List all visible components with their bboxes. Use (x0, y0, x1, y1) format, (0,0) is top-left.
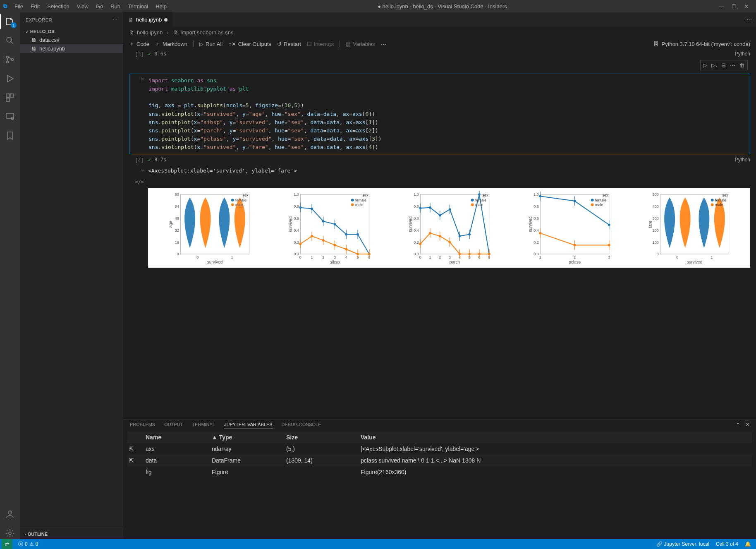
menu-edit[interactable]: Edit (27, 2, 43, 11)
outline-section[interactable]: › OUTLINE (20, 529, 123, 539)
expand-icon[interactable]: ⇱ (129, 457, 146, 464)
tab-label: hello.ipynb (136, 17, 162, 23)
svg-text:2: 2 (439, 256, 441, 260)
output-mime-icon[interactable]: </> (129, 178, 144, 185)
var-row[interactable]: fig Figure Figure(2160x360) (127, 466, 752, 478)
maximize-icon[interactable]: ☐ (732, 3, 737, 10)
svg-text:0.0: 0.0 (414, 252, 419, 257)
editor-tabs: 🗎 hello.ipynb ⋯ (123, 12, 756, 27)
source-control-icon[interactable] (4, 54, 16, 65)
svg-point-2 (7, 61, 9, 63)
minimize-icon[interactable]: — (719, 3, 724, 10)
run-debug-icon[interactable] (4, 73, 16, 84)
svg-text:1: 1 (539, 256, 541, 260)
status-notifications-icon[interactable]: 🔔 (742, 541, 754, 547)
svg-text:2: 2 (574, 256, 576, 260)
run-all-button[interactable]: ▷Run All (199, 41, 222, 47)
breadcrumb[interactable]: 🗎 hello.ipynb 🗎 import seaborn as sns (123, 27, 756, 38)
bookmark-icon[interactable] (4, 130, 16, 141)
svg-rect-7 (6, 113, 14, 118)
col-size[interactable]: Size (286, 434, 361, 441)
remote-indicator[interactable]: ⇄ (2, 539, 12, 549)
file-item-data-csv[interactable]: 🗎 data.csv (20, 36, 123, 44)
menu-file[interactable]: File (11, 2, 26, 11)
menu-help[interactable]: Help (152, 2, 170, 11)
expand-icon[interactable]: ⇱ (129, 446, 146, 452)
status-problems[interactable]: ⓧ0 ⚠0 (15, 541, 41, 548)
code-editor[interactable]: import seaborn as sns import matplotlib.… (148, 75, 382, 153)
col-type[interactable]: ▲ Type (212, 434, 286, 441)
warning-icon: ⚠ (29, 541, 34, 547)
sidebar: EXPLORER ⋯ ⌄ HELLO_DS 🗎 data.csv 🗎 hello… (20, 12, 123, 539)
variables-button[interactable]: ▤Variables (346, 41, 375, 47)
panel-tab-debug-console[interactable]: DEBUG CONSOLE (282, 422, 321, 429)
svg-text:0.6: 0.6 (414, 216, 419, 221)
col-value[interactable]: Value (361, 434, 750, 441)
unsaved-dot-icon (164, 18, 167, 22)
var-row[interactable]: ⇱ axs ndarray (5,) [<AxesSubplot:xlabel=… (127, 443, 752, 455)
svg-rect-4 (6, 94, 10, 97)
menu-run[interactable]: Run (107, 2, 124, 11)
panel-tab-output[interactable]: OUTPUT (164, 422, 183, 429)
project-section[interactable]: ⌄ HELLO_DS (20, 27, 123, 36)
extensions-icon[interactable] (4, 92, 16, 103)
chevron-right-icon: › (25, 532, 26, 537)
clear-outputs-button[interactable]: ≡✕Clear Outputs (228, 41, 271, 47)
outline-label: OUTLINE (28, 532, 48, 537)
cell-more-icon[interactable]: ⋯ (730, 62, 735, 68)
cell-language[interactable]: Python (735, 157, 750, 163)
split-cell-icon[interactable]: ⊟ (721, 62, 726, 68)
breadcrumb-file[interactable]: hello.ipynb (137, 29, 163, 36)
restart-button[interactable]: ↺Restart (277, 41, 301, 47)
interrupt-button[interactable]: ☐Interrupt (307, 41, 334, 47)
output-collapse-icon[interactable]: … (129, 165, 144, 172)
breadcrumb-cell[interactable]: import seaborn as sns (181, 29, 234, 36)
sidebar-more-icon[interactable]: ⋯ (113, 17, 118, 22)
svg-text:male: male (235, 203, 244, 207)
close-icon[interactable]: ✕ (744, 3, 749, 10)
svg-point-74 (351, 204, 354, 206)
account-icon[interactable] (4, 508, 16, 520)
project-name: HELLO_DS (30, 29, 55, 34)
status-jupyter-server[interactable]: 🔗 Jupyter Server: local (653, 541, 713, 547)
panel-tab-jupyter-variables[interactable]: JUPYTER: VARIABLES (224, 422, 273, 429)
restart-icon: ↺ (277, 41, 282, 47)
status-cell-position[interactable]: Cell 3 of 4 (713, 541, 742, 547)
add-code-cell[interactable]: ＋Code (129, 40, 149, 48)
menu-selection[interactable]: Selection (44, 2, 72, 11)
panel-collapse-icon[interactable]: ⌃ (736, 422, 740, 429)
menu-terminal[interactable]: Terminal (124, 2, 151, 11)
remote-explorer-icon[interactable] (4, 111, 16, 122)
menu-go[interactable]: Go (93, 2, 106, 11)
svg-point-155 (591, 199, 594, 202)
svg-text:survived: survived (408, 217, 413, 233)
menu-view[interactable]: View (74, 2, 92, 11)
svg-text:fare: fare (648, 221, 653, 228)
delete-cell-icon[interactable]: 🗑 (739, 62, 745, 68)
file-item-hello-ipynb[interactable]: 🗎 hello.ipynb (20, 44, 123, 53)
panel-tab-terminal[interactable]: TERMINAL (192, 422, 215, 429)
menu-bar: File Edit Selection View Go Run Terminal… (11, 2, 170, 11)
tab-hello-ipynb[interactable]: 🗎 hello.ipynb (123, 12, 173, 27)
add-markdown-cell[interactable]: ＋Markdown (155, 40, 187, 48)
cell-language[interactable]: Python (735, 51, 750, 57)
panel-tab-problems[interactable]: PROBLEMS (130, 422, 155, 429)
stop-icon: ☐ (307, 41, 312, 47)
var-row[interactable]: ⇱ data DataFrame (1309, 14) pclass survi… (127, 455, 752, 466)
settings-gear-icon[interactable] (4, 527, 16, 539)
explorer-icon[interactable]: 1 (4, 16, 16, 27)
run-cell-button[interactable] (141, 76, 144, 82)
more-actions-icon[interactable]: ⋯ (746, 17, 752, 23)
svg-text:0.6: 0.6 (294, 216, 299, 221)
kernel-selector[interactable]: Python 3.7.10 64-bit ('myenv': conda) (661, 41, 750, 47)
panel-close-icon[interactable]: ✕ (746, 422, 749, 429)
focused-code-cell[interactable]: import seaborn as sns import matplotlib.… (129, 74, 750, 154)
svg-text:survived: survived (288, 217, 293, 233)
col-name[interactable]: Name (146, 434, 212, 441)
run-by-line-icon[interactable]: ▷. (711, 62, 717, 68)
svg-text:male: male (475, 203, 483, 207)
search-icon[interactable] (4, 35, 16, 46)
toolbar-more-icon[interactable]: ⋯ (381, 41, 386, 47)
svg-text:0.8: 0.8 (414, 205, 419, 209)
run-cell-icon[interactable]: ▷ (703, 62, 707, 68)
